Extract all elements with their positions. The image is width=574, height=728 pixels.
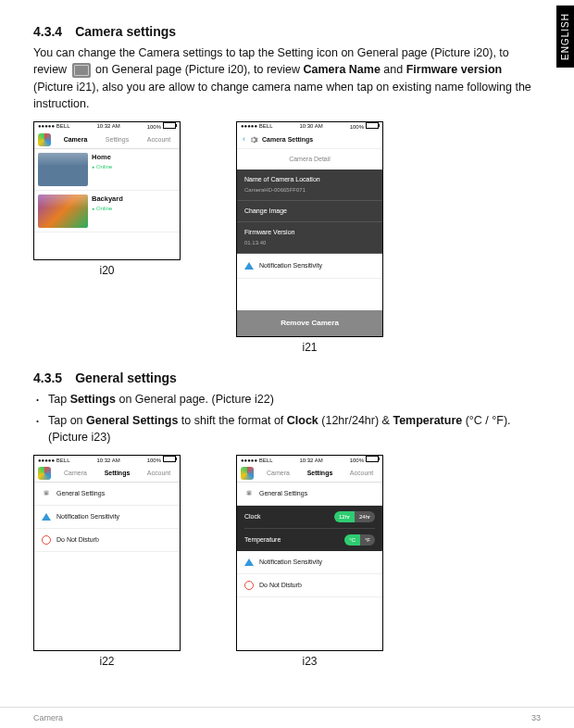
- general-settings-row[interactable]: General Settings: [34, 483, 180, 506]
- section-435-bullets: Tap Settings on General page. (Picture i…: [33, 391, 541, 445]
- tab-settings[interactable]: Settings: [299, 469, 341, 478]
- temperature-label: Temperature: [244, 535, 281, 545]
- section-434-num: 4.3.4: [33, 22, 62, 41]
- setting-icon: [72, 63, 91, 78]
- dnd-icon: [244, 581, 254, 590]
- figure-caption-i22: i22: [99, 654, 114, 670]
- notification-sensitivity-row[interactable]: Notification Sensitivity: [237, 551, 382, 574]
- figure-i21: ●●●●● BELL 10:30 AM 100% ‹ Camera Settin…: [236, 121, 383, 356]
- tab-account[interactable]: Account: [341, 469, 382, 478]
- tab-bar: Camera Settings Account: [34, 132, 180, 149]
- section-434-body: You can change the Camera settings to ta…: [33, 44, 541, 112]
- firmware-row: Firmware Version 01.13.40: [237, 222, 382, 254]
- camera-status: Online: [92, 163, 112, 171]
- footer-section: Camera: [33, 713, 63, 722]
- do-not-disturb-row[interactable]: Do Not Disturb: [237, 574, 382, 597]
- back-icon[interactable]: ‹: [243, 133, 245, 145]
- clock-toggle[interactable]: 12hr24hr: [334, 511, 375, 523]
- notification-sensitivity-row[interactable]: Notification Sensitivity: [34, 506, 180, 529]
- gear-icon: [249, 135, 258, 144]
- gear-icon: [244, 489, 254, 498]
- temperature-row: Temperature °C°F: [244, 529, 375, 551]
- status-bar: ●●●●● BELL 10:32 AM 100%: [237, 456, 382, 465]
- triangle-icon: [42, 513, 51, 521]
- battery-icon: [163, 456, 176, 462]
- tab-settings[interactable]: Settings: [96, 135, 138, 144]
- remove-camera-button[interactable]: Remove Camera: [237, 310, 382, 336]
- figure-caption-i21: i21: [302, 340, 317, 356]
- tab-account[interactable]: Account: [138, 469, 180, 478]
- triangle-icon: [244, 559, 254, 566]
- battery-icon: [163, 122, 176, 129]
- gear-icon: [42, 489, 51, 498]
- logo-icon: [38, 133, 51, 146]
- camera-thumbnail: [38, 195, 88, 228]
- phone-i21: ●●●●● BELL 10:30 AM 100% ‹ Camera Settin…: [236, 121, 383, 337]
- dnd-icon: [42, 535, 51, 545]
- camera-name-row[interactable]: Name of Camera Location CameraHD-00665FF…: [237, 169, 382, 201]
- tab-camera[interactable]: Camera: [55, 135, 96, 144]
- triangle-icon: [244, 262, 254, 270]
- do-not-disturb-row[interactable]: Do Not Disturb: [34, 529, 180, 552]
- section-434-title: Camera settings: [75, 24, 176, 39]
- clock-label: Clock: [244, 512, 261, 521]
- figure-caption-i23: i23: [302, 654, 317, 670]
- footer-page-number: 33: [531, 713, 541, 722]
- phone-i22: ●●●●● BELL 10:32 AM 100% Camera Settings…: [33, 455, 181, 651]
- status-bar: ●●●●● BELL 10:30 AM 100%: [237, 122, 382, 132]
- battery-icon: [366, 456, 379, 462]
- tab-account[interactable]: Account: [138, 135, 180, 144]
- status-bar: ●●●●● BELL 10:32 AM 100%: [34, 122, 180, 132]
- battery-icon: [366, 122, 379, 129]
- settings-header: ‹ Camera Settings: [237, 132, 382, 149]
- camera-status: Online: [92, 205, 123, 213]
- camera-name: Home: [92, 153, 112, 163]
- phone-i20: ●●●●● BELL 10:32 AM 100% Camera Settings…: [33, 121, 181, 260]
- tab-bar: Camera Settings Account: [237, 465, 382, 483]
- settings-panel: Clock 12hr24hr Temperature °C°F: [237, 506, 382, 551]
- figure-row-1: ●●●●● BELL 10:32 AM 100% Camera Settings…: [33, 121, 541, 356]
- header-title: Camera Settings: [262, 135, 313, 144]
- camera-row-backyard[interactable]: Backyard Online: [34, 191, 180, 232]
- page-footer: Camera 33: [0, 707, 574, 728]
- camera-thumbnail: [38, 153, 88, 186]
- page-content: 4.3.4Camera settings You can change the …: [0, 0, 574, 670]
- figure-caption-i20: i20: [99, 263, 114, 279]
- language-tab: ENGLISH: [556, 6, 574, 68]
- camera-name: Backyard: [92, 195, 123, 205]
- general-settings-row[interactable]: General Settings: [237, 483, 382, 506]
- logo-icon: [38, 467, 51, 480]
- section-435-heading: 4.3.5General settings: [33, 369, 541, 387]
- bullet-2: Tap on General Settings to shift the for…: [33, 412, 541, 446]
- camera-detail-label: Camera Detail: [237, 149, 382, 169]
- bullet-1: Tap Settings on General page. (Picture i…: [33, 391, 541, 408]
- section-435-num: 4.3.5: [33, 369, 62, 387]
- figure-i22: ●●●●● BELL 10:32 AM 100% Camera Settings…: [33, 455, 181, 670]
- tab-camera[interactable]: Camera: [55, 469, 96, 478]
- temperature-toggle[interactable]: °C°F: [344, 534, 375, 546]
- tab-bar: Camera Settings Account: [34, 465, 180, 483]
- camera-row-home[interactable]: Home Online: [34, 149, 180, 191]
- tab-camera[interactable]: Camera: [257, 469, 299, 478]
- figure-i20: ●●●●● BELL 10:32 AM 100% Camera Settings…: [33, 121, 181, 279]
- notification-sensitivity-row[interactable]: Notification Sensitivity: [237, 254, 382, 279]
- section-435-title: General settings: [75, 370, 177, 385]
- phone-i23: ●●●●● BELL 10:32 AM 100% Camera Settings…: [236, 455, 383, 651]
- change-image-row[interactable]: Change Image: [237, 201, 382, 222]
- logo-icon: [241, 467, 254, 480]
- figure-row-2: ●●●●● BELL 10:32 AM 100% Camera Settings…: [33, 455, 541, 670]
- tab-settings[interactable]: Settings: [96, 469, 138, 478]
- clock-row: Clock 12hr24hr: [244, 506, 375, 529]
- figure-i23: ●●●●● BELL 10:32 AM 100% Camera Settings…: [236, 455, 383, 670]
- section-434-heading: 4.3.4Camera settings: [33, 22, 541, 41]
- status-bar: ●●●●● BELL 10:32 AM 100%: [34, 456, 180, 465]
